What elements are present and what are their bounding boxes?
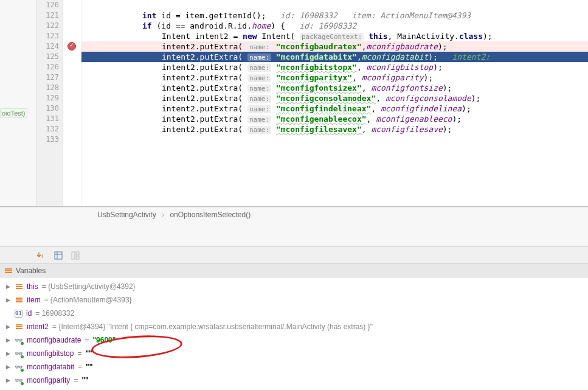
svg-text:I: I xyxy=(41,253,43,259)
variable-string-value: "" xyxy=(85,347,92,360)
variables-header[interactable]: Variables xyxy=(0,264,588,277)
variable-row[interactable]: ▶this = {UsbSettingActivity@4392} xyxy=(5,280,588,293)
variable-name: id xyxy=(26,307,32,320)
variable-value: = {Intent@4394} "Intent { cmp=com.exampl… xyxy=(52,320,373,333)
expander-icon[interactable]: ▶ xyxy=(5,280,11,293)
primitive-icon: 01 xyxy=(15,310,22,318)
code-area[interactable]: int id = item.getItemId(); id: 16908332 … xyxy=(81,0,588,206)
marker-column[interactable] xyxy=(63,0,81,206)
code-line[interactable] xyxy=(81,0,588,10)
line-number[interactable]: 127 xyxy=(36,72,63,83)
variables-icon xyxy=(5,267,12,274)
variable-name: mconfigbitstop xyxy=(27,347,74,360)
watch-icon xyxy=(15,376,23,385)
code-line[interactable]: intent2.putExtra( name: "mconfigbaudrate… xyxy=(81,41,588,52)
line-number[interactable]: 123 xyxy=(36,31,63,41)
line-number[interactable]: 120 xyxy=(36,0,63,10)
svg-rect-4 xyxy=(72,252,75,259)
variables-title: Variables xyxy=(16,264,46,277)
code-line[interactable]: int id = item.getItemId(); id: 16908332 … xyxy=(81,10,588,21)
code-line[interactable]: intent2.putExtra( name: "mconfigbitstopx… xyxy=(81,62,588,72)
code-line[interactable]: intent2.putExtra( name: "mconfigenableec… xyxy=(81,114,588,124)
watch-icon xyxy=(15,363,23,371)
variable-name: mconfigparity xyxy=(27,374,70,387)
object-icon xyxy=(15,282,23,291)
watch-icon xyxy=(15,336,23,344)
line-number[interactable]: 122 xyxy=(36,21,63,31)
variable-value: = xyxy=(85,333,89,347)
variable-value: = xyxy=(78,360,82,374)
variable-row[interactable]: ▶mconfigparity = "" xyxy=(5,374,588,387)
expander-icon[interactable]: ▶ xyxy=(5,347,11,360)
variable-name: intent2 xyxy=(27,320,49,333)
variable-row[interactable]: ▶mconfigdatabit = "" xyxy=(5,360,588,374)
svg-rect-1 xyxy=(55,252,62,259)
breadcrumb-class[interactable]: UsbSettingActivity xyxy=(97,211,156,219)
chevron-right-icon: › xyxy=(162,211,164,219)
line-number[interactable]: 129 xyxy=(36,93,63,103)
code-line[interactable]: Intent intent2 = new Intent( packageCont… xyxy=(81,31,588,41)
line-number[interactable]: 130 xyxy=(36,103,63,114)
editor-area: oidTest) 1201211221231241251261271281291… xyxy=(0,0,588,207)
variable-string-value: "9600" xyxy=(92,333,116,347)
variable-name: this xyxy=(27,280,38,293)
object-icon xyxy=(15,296,23,304)
line-number[interactable]: 126 xyxy=(36,62,63,72)
breadcrumb-method[interactable]: onOptionsItemSelected() xyxy=(170,211,251,219)
layout-icon[interactable] xyxy=(71,251,80,260)
variable-row[interactable]: ▶mconfigbaudrate = "9600" xyxy=(5,333,588,347)
variables-tree[interactable]: ▶this = {UsbSettingActivity@4392}▶item =… xyxy=(0,277,588,387)
code-line[interactable]: intent2.putExtra( name: "mconfigfindelin… xyxy=(81,103,588,114)
expander-icon[interactable]: ▶ xyxy=(5,360,11,374)
object-icon xyxy=(15,322,23,331)
code-line[interactable]: intent2.putExtra( name: "mconfigparityx"… xyxy=(81,72,588,83)
breadcrumb[interactable]: UsbSettingActivity › onOptionsItemSelect… xyxy=(0,207,588,221)
variable-row[interactable]: ▶intent2 = {Intent@4394} "Intent { cmp=c… xyxy=(5,320,588,333)
line-number[interactable]: 125 xyxy=(36,52,63,62)
step-into-icon[interactable]: I xyxy=(36,251,46,260)
editor-blank-area xyxy=(0,221,588,247)
svg-rect-5 xyxy=(76,252,79,255)
variable-value: = 16908332 xyxy=(35,307,74,320)
code-line[interactable]: intent2.putExtra( name: "mconfigconsolam… xyxy=(81,93,588,103)
expander-icon[interactable]: ▶ xyxy=(5,320,11,333)
table-view-icon[interactable] xyxy=(54,251,63,260)
line-number[interactable]: 124 xyxy=(36,41,63,52)
line-number[interactable]: 121 xyxy=(36,10,63,21)
variable-row[interactable]: ▶mconfigbitstop = "" xyxy=(5,347,588,360)
variable-row[interactable]: ▶item = {ActionMenuItem@4393} xyxy=(5,293,588,307)
code-line[interactable]: intent2.putExtra( name: "mconfigfontsize… xyxy=(81,83,588,93)
debug-toolbar: I xyxy=(0,247,588,264)
line-number[interactable]: 133 xyxy=(36,134,63,145)
variable-string-value: "" xyxy=(81,374,88,387)
left-tag: oidTest) xyxy=(0,108,27,118)
variable-value: = {ActionMenuItem@4393} xyxy=(44,293,132,307)
variable-string-value: "" xyxy=(86,360,92,374)
line-number[interactable]: 128 xyxy=(36,83,63,93)
editor-wrap: oidTest) 1201211221231241251261271281291… xyxy=(0,0,588,247)
svg-rect-6 xyxy=(76,256,79,259)
left-margin: oidTest) xyxy=(0,0,36,206)
variable-name: item xyxy=(27,293,41,307)
breakpoint-icon[interactable] xyxy=(67,42,76,50)
watch-icon xyxy=(15,349,23,358)
line-number-gutter[interactable]: 1201211221231241251261271281291301311321… xyxy=(36,0,63,206)
code-line[interactable] xyxy=(81,134,588,145)
code-line[interactable]: intent2.putExtra( name: "mconfigfilesave… xyxy=(81,124,588,134)
variable-value: = xyxy=(74,374,78,387)
variable-name: mconfigbaudrate xyxy=(27,333,81,347)
variable-row[interactable]: 01id = 16908332 xyxy=(5,307,588,320)
line-number[interactable]: 131 xyxy=(36,114,63,124)
expander-icon[interactable]: ▶ xyxy=(5,374,11,387)
expander-icon[interactable]: ▶ xyxy=(5,333,11,347)
variable-name: mconfigdatabit xyxy=(27,360,74,374)
code-line[interactable]: if (id == android.R.id.home) { id: 16908… xyxy=(81,21,588,31)
variable-value: = {UsbSettingActivity@4392} xyxy=(42,280,136,293)
line-number[interactable]: 132 xyxy=(36,124,63,134)
expander-icon[interactable]: ▶ xyxy=(5,293,11,307)
variable-value: = xyxy=(77,347,81,360)
code-line[interactable]: intent2.putExtra( name: "mconfigdatabitx… xyxy=(81,52,588,62)
